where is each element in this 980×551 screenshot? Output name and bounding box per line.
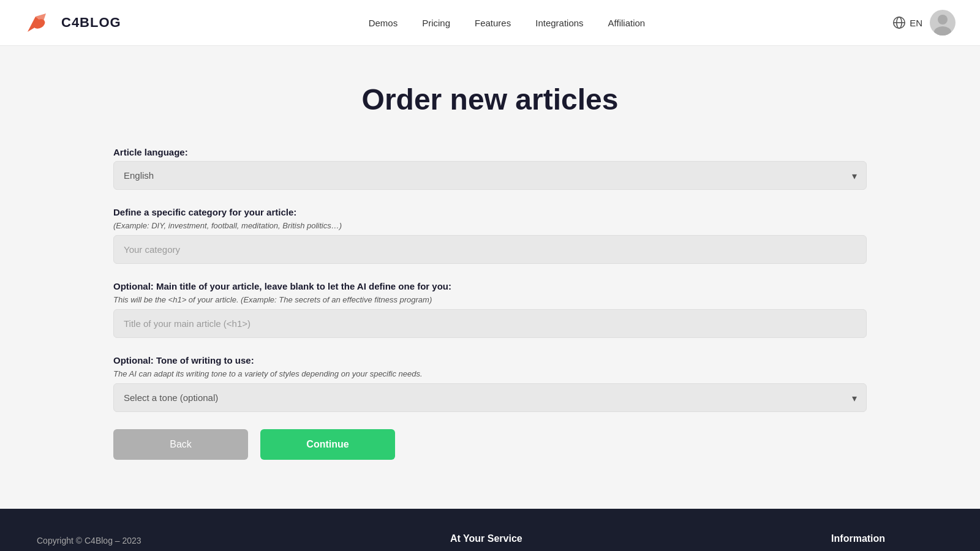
title-input[interactable] <box>113 309 867 338</box>
title-hint: This will be the <h1> of your article. (… <box>113 295 867 304</box>
category-label: Define a specific category for your arti… <box>113 207 867 217</box>
button-row: Back Continue <box>113 429 867 460</box>
avatar-icon <box>930 10 956 36</box>
tone-group: Optional: Tone of writing to use: The AI… <box>113 355 867 412</box>
globe-icon <box>892 16 906 29</box>
navbar: C4BLOG Demos Pricing Features Integratio… <box>0 0 980 46</box>
nav-features[interactable]: Features <box>475 18 511 28</box>
tone-select-wrapper: Select a tone (optional) Professional Ca… <box>113 383 867 412</box>
nav-integrations[interactable]: Integrations <box>535 18 583 28</box>
category-input[interactable] <box>113 235 867 264</box>
footer-info-col: Information Terms and Conditions of Sale… <box>831 533 943 551</box>
language-select-wrapper: English French Spanish German Italian Po… <box>113 161 867 190</box>
logo-icon <box>24 10 55 35</box>
title-group: Optional: Main title of your article, le… <box>113 281 867 338</box>
user-avatar[interactable] <box>930 10 956 36</box>
footer: Copyright © C4Blog – 2023 At Your Servic… <box>0 509 980 551</box>
svg-point-7 <box>934 26 951 36</box>
logo[interactable]: C4BLOG <box>24 10 121 35</box>
category-hint: (Example: DIY, investment, football, med… <box>113 221 867 230</box>
continue-button[interactable]: Continue <box>260 429 395 460</box>
footer-info-title: Information <box>831 533 943 544</box>
footer-copyright: Copyright © C4Blog – 2023 <box>37 533 141 545</box>
language-group: Article language: English French Spanish… <box>113 147 867 190</box>
brand-name: C4BLOG <box>61 15 121 31</box>
category-group: Define a specific category for your arti… <box>113 207 867 264</box>
svg-point-6 <box>938 15 948 24</box>
tone-label: Optional: Tone of writing to use: <box>113 355 867 365</box>
nav-right: EN <box>892 10 956 36</box>
tone-hint: The AI can adapt its writing tone to a v… <box>113 369 867 378</box>
nav-pricing[interactable]: Pricing <box>422 18 450 28</box>
order-form: Article language: English French Spanish… <box>113 147 867 460</box>
page-title: Order new articles <box>362 83 619 116</box>
nav-affiliation[interactable]: Affiliation <box>608 18 646 28</box>
nav-demos[interactable]: Demos <box>369 18 398 28</box>
back-button[interactable]: Back <box>113 429 248 460</box>
lang-label: EN <box>910 18 922 28</box>
footer-service-title: At Your Service <box>450 533 522 544</box>
language-select[interactable]: English French Spanish German Italian Po… <box>113 161 867 190</box>
title-label: Optional: Main title of your article, le… <box>113 281 867 291</box>
footer-service-col: At Your Service Blog FAQ <box>450 533 522 551</box>
language-label: Article language: <box>113 147 867 157</box>
main-content: Order new articles Article language: Eng… <box>0 46 980 509</box>
nav-links: Demos Pricing Features Integrations Affi… <box>369 18 646 28</box>
footer-copyright-area: Copyright © C4Blog – 2023 <box>37 533 141 545</box>
tone-select[interactable]: Select a tone (optional) Professional Ca… <box>113 383 867 412</box>
language-button[interactable]: EN <box>892 16 922 29</box>
